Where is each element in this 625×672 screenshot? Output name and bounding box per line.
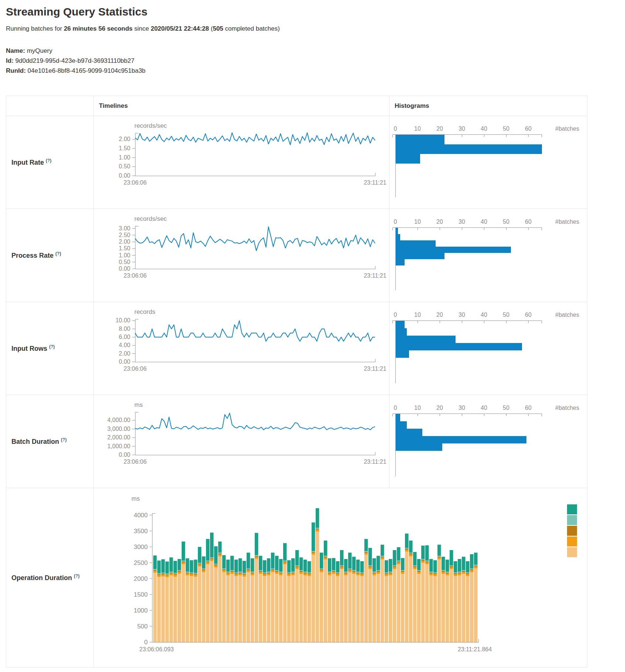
svg-text:6.00: 6.00 bbox=[119, 334, 130, 340]
svg-text:10: 10 bbox=[414, 126, 421, 132]
svg-text:records/sec: records/sec bbox=[134, 215, 167, 222]
svg-text:0: 0 bbox=[394, 219, 397, 225]
table-row: Batch Duration (?) ms0.001,000.002,000.0… bbox=[6, 395, 587, 488]
row-label-batch-duration: Batch Duration (?) bbox=[6, 395, 94, 488]
svg-text:3,000.00: 3,000.00 bbox=[107, 426, 130, 432]
svg-text:50: 50 bbox=[503, 312, 509, 318]
svg-text:60: 60 bbox=[525, 219, 532, 225]
svg-text:50: 50 bbox=[503, 219, 509, 225]
row-label-input-rows: Input Rows (?) bbox=[6, 302, 94, 395]
query-id-row: Id: 9d0dd219-995d-423e-b97d-36931110bb27 bbox=[6, 56, 625, 66]
running-paren: ( bbox=[209, 25, 213, 32]
legend-swatch-5 bbox=[567, 547, 577, 557]
svg-text:records: records bbox=[134, 308, 155, 315]
svg-text:30: 30 bbox=[459, 312, 465, 318]
svg-text:50: 50 bbox=[503, 405, 509, 411]
input-rate-help-icon[interactable]: (?) bbox=[46, 158, 51, 163]
svg-text:2,000.00: 2,000.00 bbox=[107, 434, 130, 440]
svg-text:23:11:21.864: 23:11:21.864 bbox=[458, 646, 492, 652]
name-value: myQuery bbox=[27, 47, 52, 54]
svg-text:1.00: 1.00 bbox=[119, 154, 130, 161]
batch-duration-histogram-chart: 0102030405060#batches bbox=[390, 400, 587, 479]
input-rate-timeline-chart: records/sec0.000.501.001.502.0023:06:062… bbox=[95, 120, 388, 190]
runid-label: RunId: bbox=[6, 67, 26, 74]
svg-text:1.00: 1.00 bbox=[119, 252, 130, 258]
id-value: 9d0dd219-995d-423e-b97d-36931110bb27 bbox=[16, 57, 135, 64]
process-rate-help-icon[interactable]: (?) bbox=[55, 251, 61, 256]
running-prefix: Running batches for bbox=[6, 25, 64, 32]
svg-text:0.00: 0.00 bbox=[119, 265, 130, 272]
svg-text:4,000.00: 4,000.00 bbox=[107, 417, 130, 423]
svg-text:10: 10 bbox=[414, 219, 421, 225]
svg-text:23:11:21: 23:11:21 bbox=[364, 459, 386, 465]
svg-text:50: 50 bbox=[503, 126, 509, 132]
query-runid-row: RunId: 04e101e6-8bf8-4165-9099-9104c951b… bbox=[6, 66, 625, 76]
svg-text:#batches: #batches bbox=[555, 405, 579, 411]
svg-text:10: 10 bbox=[414, 312, 421, 318]
svg-text:ms: ms bbox=[131, 495, 140, 502]
operation-duration-help-icon[interactable]: (?) bbox=[74, 573, 79, 579]
svg-text:0: 0 bbox=[394, 312, 397, 318]
svg-text:4.00: 4.00 bbox=[119, 342, 130, 348]
table-row: Input Rate (?) records/sec0.000.501.001.… bbox=[6, 116, 587, 209]
svg-text:20: 20 bbox=[436, 312, 443, 318]
row-label-input-rate: Input Rate (?) bbox=[6, 116, 94, 209]
batch-duration-help-icon[interactable]: (?) bbox=[61, 437, 66, 442]
svg-text:1.50: 1.50 bbox=[119, 145, 130, 151]
svg-text:60: 60 bbox=[525, 312, 532, 318]
svg-text:0.00: 0.00 bbox=[119, 452, 130, 458]
svg-text:0: 0 bbox=[144, 639, 148, 646]
svg-text:23:06:06: 23:06:06 bbox=[124, 366, 147, 372]
input-rows-timeline-chart: records0.002.004.006.008.0010.0023:06:06… bbox=[95, 306, 388, 376]
svg-text:23:06:06: 23:06:06 bbox=[124, 459, 147, 465]
table-row: Input Rows (?) records0.002.004.006.008.… bbox=[6, 302, 587, 395]
svg-text:1500: 1500 bbox=[134, 591, 148, 598]
legend-swatch-2 bbox=[567, 515, 577, 525]
row-label-operation-duration: Operation Duration (?) bbox=[6, 488, 94, 668]
svg-text:23:11:21: 23:11:21 bbox=[364, 179, 386, 186]
svg-text:2000: 2000 bbox=[134, 575, 148, 582]
svg-text:0.50: 0.50 bbox=[119, 259, 130, 265]
statistics-table: Timelines Histograms Input Rate (?) reco… bbox=[6, 96, 587, 668]
legend-swatch-3 bbox=[567, 526, 577, 536]
svg-text:40: 40 bbox=[481, 219, 487, 225]
name-label: Name: bbox=[6, 47, 25, 54]
input-rows-histogram-chart: 0102030405060#batches bbox=[390, 306, 587, 386]
running-batch-count: 505 bbox=[213, 25, 223, 32]
legend-swatch-1 bbox=[567, 504, 577, 514]
legend-swatch-4 bbox=[567, 536, 577, 546]
page-title: Streaming Query Statistics bbox=[6, 5, 625, 18]
svg-text:#batches: #batches bbox=[555, 312, 579, 318]
svg-text:23:11:21: 23:11:21 bbox=[364, 272, 386, 279]
operation-duration-stacked-chart: ms0500100015002000250030003500400023:06:… bbox=[95, 491, 587, 662]
svg-text:60: 60 bbox=[525, 405, 532, 411]
svg-text:records/sec: records/sec bbox=[134, 122, 167, 129]
svg-text:0.00: 0.00 bbox=[119, 172, 130, 179]
svg-text:1,000.00: 1,000.00 bbox=[107, 443, 130, 449]
svg-text:30: 30 bbox=[459, 126, 465, 132]
header-blank bbox=[6, 96, 94, 116]
svg-text:0: 0 bbox=[394, 405, 397, 411]
svg-text:3.00: 3.00 bbox=[119, 225, 130, 232]
running-since: 2020/05/21 22:44:28 bbox=[151, 25, 209, 32]
svg-text:10.00: 10.00 bbox=[116, 317, 130, 323]
row-label-process-rate: Process Rate (?) bbox=[6, 209, 94, 302]
svg-text:60: 60 bbox=[525, 126, 532, 132]
process-rate-timeline-chart: records/sec0.000.501.001.502.002.503.002… bbox=[95, 213, 388, 283]
svg-text:20: 20 bbox=[436, 126, 443, 132]
svg-text:0: 0 bbox=[394, 126, 397, 132]
input-rows-help-icon[interactable]: (?) bbox=[49, 344, 55, 349]
svg-text:30: 30 bbox=[459, 405, 465, 411]
svg-text:1000: 1000 bbox=[134, 607, 148, 614]
svg-text:2.00: 2.00 bbox=[119, 136, 130, 142]
process-rate-histogram-chart: 0102030405060#batches bbox=[390, 213, 587, 293]
svg-text:30: 30 bbox=[459, 219, 465, 225]
batch-duration-timeline-chart: ms0.001,000.002,000.003,000.004,000.0023… bbox=[95, 400, 388, 469]
running-mid: since bbox=[133, 25, 151, 32]
svg-text:2.00: 2.00 bbox=[119, 350, 130, 357]
svg-text:23:06:06: 23:06:06 bbox=[124, 179, 147, 186]
svg-text:500: 500 bbox=[137, 623, 148, 630]
svg-text:4000: 4000 bbox=[134, 512, 148, 519]
svg-text:23:11:21: 23:11:21 bbox=[364, 366, 386, 372]
svg-text:3000: 3000 bbox=[134, 544, 148, 551]
